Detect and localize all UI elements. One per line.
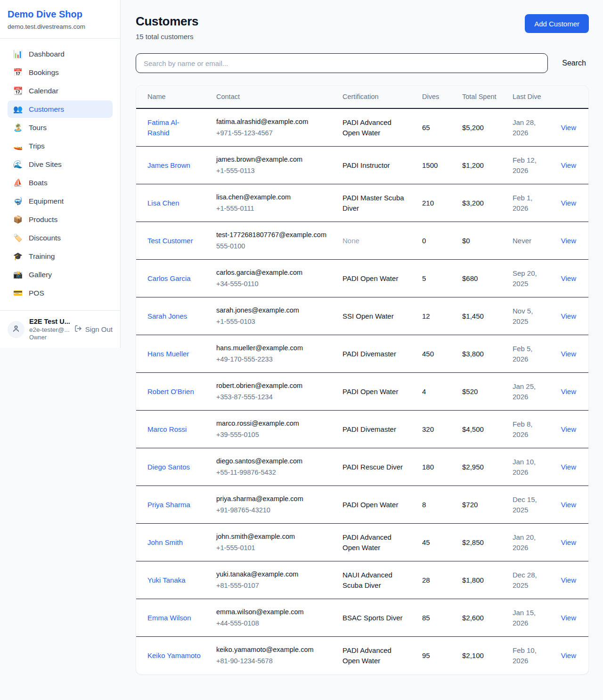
customer-email: james.brown@example.com — [216, 155, 327, 165]
dives-cell: 320 — [415, 411, 455, 448]
customer-name-link[interactable]: Carlos Garcia — [147, 274, 191, 282]
sign-out-button[interactable]: Sign Out — [74, 325, 113, 334]
certification-cell: PADI Instructor — [335, 147, 415, 184]
customer-email: yuki.tanaka@example.com — [216, 569, 327, 579]
customer-name-link[interactable]: Robert O'Brien — [147, 387, 194, 395]
total-spent-cell: $3,200 — [455, 184, 505, 222]
dive-sites-icon: 🌊 — [13, 160, 23, 169]
name-cell: Carlos Garcia — [136, 260, 209, 297]
column-header: Contact — [209, 86, 335, 108]
customer-phone: 555-0100 — [216, 241, 327, 251]
name-cell: Robert O'Brien — [136, 373, 209, 411]
customer-name-link[interactable]: Keiko Yamamoto — [147, 651, 201, 659]
view-link[interactable]: View — [561, 237, 576, 245]
search-button[interactable]: Search — [559, 57, 589, 69]
name-cell: John Smith — [136, 524, 209, 561]
pos-icon: 💳 — [13, 288, 23, 297]
sidebar-item-calendar[interactable]: 📆Calendar — [8, 82, 113, 99]
view-link[interactable]: View — [561, 199, 576, 207]
discounts-icon: 🏷️ — [13, 233, 23, 242]
view-link[interactable]: View — [561, 501, 576, 509]
sidebar-item-tours[interactable]: 🏝️Tours — [8, 119, 113, 136]
table-row: Robert O'Brienrobert.obrien@example.com+… — [136, 373, 589, 411]
sidebar-item-gallery[interactable]: 📸Gallery — [8, 266, 113, 283]
search-input[interactable] — [136, 53, 548, 73]
view-link[interactable]: View — [561, 387, 576, 395]
table-row: Carlos Garciacarlos.garcia@example.com+3… — [136, 260, 589, 297]
sidebar-item-dive-sites[interactable]: 🌊Dive Sites — [8, 156, 113, 173]
add-customer-button[interactable]: Add Customer — [525, 14, 589, 33]
certification-cell: NAUI Advanced Scuba Diver — [335, 561, 415, 599]
last-dive-cell: Dec 15, 2025 — [505, 486, 550, 524]
customer-name-link[interactable]: Sarah Jones — [147, 312, 187, 320]
column-header: Dives — [415, 86, 455, 108]
sidebar-item-bookings[interactable]: 📅Bookings — [8, 64, 113, 81]
customer-name-link[interactable]: Priya Sharma — [147, 501, 190, 509]
customer-name-link[interactable]: James Brown — [147, 161, 190, 169]
view-link[interactable]: View — [561, 312, 576, 320]
tours-icon: 🏝️ — [13, 123, 23, 132]
shop-title[interactable]: Demo Dive Shop — [8, 9, 113, 20]
sidebar-item-label: Trips — [29, 142, 45, 150]
sidebar-item-label: Discounts — [29, 234, 61, 242]
sidebar-item-discounts[interactable]: 🏷️Discounts — [8, 229, 113, 247]
view-link[interactable]: View — [561, 614, 576, 622]
view-link[interactable]: View — [561, 161, 576, 169]
view-link[interactable]: View — [561, 576, 576, 584]
customer-name-link[interactable]: Yuki Tanaka — [147, 576, 186, 584]
customer-name-link[interactable]: Diego Santos — [147, 463, 190, 471]
sidebar-item-products[interactable]: 📦Products — [8, 211, 113, 228]
dives-cell: 1500 — [415, 147, 455, 184]
contact-cell: robert.obrien@example.com+353-87-555-123… — [209, 373, 335, 411]
table-row: Marco Rossimarco.rossi@example.com+39-55… — [136, 411, 589, 448]
sidebar-item-customers[interactable]: 👥Customers — [8, 100, 113, 118]
contact-cell: test-1772681807767@example.com555-0100 — [209, 222, 335, 260]
customer-phone: +1-555-0101 — [216, 543, 327, 553]
sidebar-item-boats[interactable]: ⛵Boats — [8, 174, 113, 191]
customer-name-link[interactable]: Lisa Chen — [147, 199, 179, 207]
view-link[interactable]: View — [561, 463, 576, 471]
view-cell: View — [550, 637, 589, 675]
last-dive-cell: Jan 28, 2026 — [505, 108, 550, 147]
column-header: Last Dive — [505, 86, 550, 108]
total-spent-cell: $2,100 — [455, 637, 505, 675]
contact-cell: yuki.tanaka@example.com+81-555-0107 — [209, 561, 335, 599]
last-dive-cell: Feb 5, 2026 — [505, 335, 550, 373]
contact-cell: emma.wilson@example.com+44-555-0108 — [209, 599, 335, 637]
customer-name-link[interactable]: John Smith — [147, 538, 183, 546]
table-row: Yuki Tanakayuki.tanaka@example.com+81-55… — [136, 561, 589, 599]
contact-cell: keiko.yamamoto@example.com+81-90-1234-56… — [209, 637, 335, 675]
sidebar-item-label: Bookings — [29, 68, 59, 77]
last-dive-cell: Never — [505, 222, 550, 260]
customer-name-link[interactable]: Hans Mueller — [147, 350, 189, 358]
sidebar-item-dashboard[interactable]: 📊Dashboard — [8, 45, 113, 63]
view-link[interactable]: View — [561, 538, 576, 546]
customer-name-link[interactable]: Fatima Al-Rashid — [147, 118, 179, 137]
customer-email: priya.sharma@example.com — [216, 494, 327, 504]
last-dive-cell: Feb 12, 2026 — [505, 147, 550, 184]
sidebar-item-training[interactable]: 🎓Training — [8, 247, 113, 265]
customer-phone: +353-87-555-1234 — [216, 392, 327, 402]
sidebar: Demo Dive Shop demo.test.divestreams.com… — [0, 0, 121, 348]
sidebar-item-label: Dive Sites — [29, 160, 62, 169]
sidebar-item-label: Gallery — [29, 271, 52, 279]
dives-cell: 28 — [415, 561, 455, 599]
dives-cell: 4 — [415, 373, 455, 411]
view-link[interactable]: View — [561, 425, 576, 433]
view-link[interactable]: View — [561, 124, 576, 132]
sidebar-item-pos[interactable]: 💳POS — [8, 284, 113, 302]
view-link[interactable]: View — [561, 651, 576, 659]
last-dive-cell: Jan 10, 2026 — [505, 448, 550, 486]
customer-name-link[interactable]: Marco Rossi — [147, 425, 187, 433]
customer-name-link[interactable]: Test Customer — [147, 237, 193, 245]
certification-cell: PADI Open Water — [335, 373, 415, 411]
customer-email: emma.wilson@example.com — [216, 607, 327, 617]
view-link[interactable]: View — [561, 274, 576, 282]
table-row: Fatima Al-Rashidfatima.alrashid@example.… — [136, 108, 589, 147]
view-link[interactable]: View — [561, 350, 576, 358]
customer-name-link[interactable]: Emma Wilson — [147, 614, 191, 622]
sidebar-item-equipment[interactable]: 🤿Equipment — [8, 192, 113, 210]
sidebar-item-trips[interactable]: 🚤Trips — [8, 137, 113, 155]
products-icon: 📦 — [13, 215, 23, 224]
contact-cell: james.brown@example.com+1-555-0113 — [209, 147, 335, 184]
